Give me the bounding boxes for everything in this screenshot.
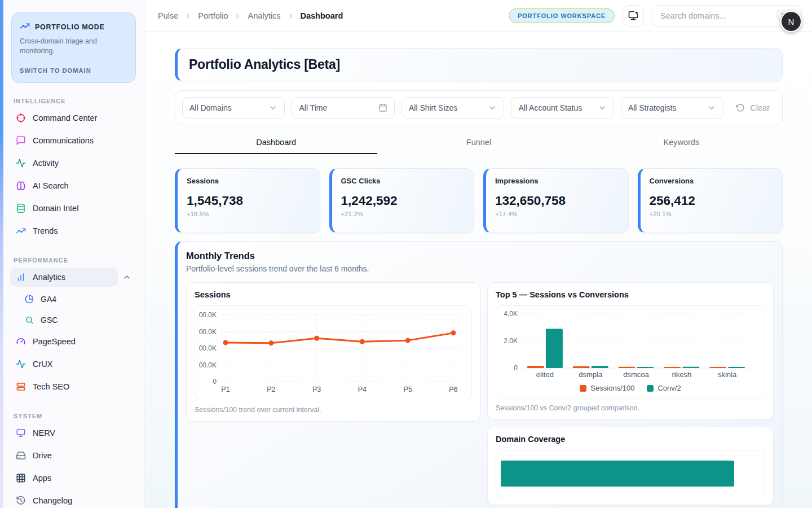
stat-card-sessions: Sessions1,545,738+18.5% xyxy=(175,168,320,233)
sidebar-subitem-ga4[interactable]: GA4 xyxy=(10,290,137,309)
sidebar-item-analytics[interactable]: Analytics xyxy=(10,268,118,287)
sidebar-item-apps[interactable]: Apps xyxy=(10,468,137,488)
avatar[interactable]: N xyxy=(780,11,802,32)
sidebar-item-trends[interactable]: Trends xyxy=(10,221,137,240)
page-content: Portfolio Analytics [Beta] All DomainsAl… xyxy=(144,32,812,508)
sidebar-item-pagespeed[interactable]: PageSpeed xyxy=(10,332,137,351)
svg-text:00.0K: 00.0K xyxy=(199,328,217,336)
main-area: PulsePortfolioAnalyticsDashboard PORTFOL… xyxy=(144,0,812,508)
sidebar-row: Domain Intel xyxy=(3,197,144,220)
svg-text:2.0K: 2.0K xyxy=(504,337,518,345)
sidebar-subitem-gsc[interactable]: GSC xyxy=(10,310,137,330)
sidebar-item-domain-intel[interactable]: Domain Intel xyxy=(10,199,137,218)
workspace-monitor-button[interactable] xyxy=(623,5,644,27)
breadcrumb-dashboard: Dashboard xyxy=(301,11,343,20)
stat-card-gsc-clicks: GSC Clicks1,242,592+21.2% xyxy=(329,168,475,233)
filter-all-shirt-sizes[interactable]: All Shirt Sizes xyxy=(401,97,504,119)
filter-all-domains[interactable]: All Domains xyxy=(182,97,285,119)
app-root: PORTFOLIO MODE Cross-domain triage and m… xyxy=(0,0,812,508)
sidebar-item-label: Command Center xyxy=(33,113,97,122)
sidebar-row: Analytics xyxy=(3,266,144,288)
legend-label: Conv/2 xyxy=(657,384,681,392)
svg-text:rikesh: rikesh xyxy=(672,370,691,379)
sidebar-item-activity[interactable]: Activity xyxy=(10,154,137,173)
sidebar-item-label: GSC xyxy=(41,316,58,325)
legend-swatch xyxy=(580,385,586,392)
trending-up-icon xyxy=(16,226,26,236)
chevron-right-icon xyxy=(184,12,192,20)
monitor-icon xyxy=(16,428,26,438)
trending-up-icon xyxy=(20,21,30,31)
tab-keywords[interactable]: Keywords xyxy=(580,133,783,154)
breadcrumb-portfolio[interactable]: Portfolio xyxy=(198,11,228,20)
chevron-right-icon xyxy=(233,12,242,20)
sidebar-item-label: AI Search xyxy=(33,181,69,190)
clear-filters-button[interactable]: Clear xyxy=(730,103,775,112)
sidebar-row: NERV xyxy=(3,422,144,444)
filter-label: All Time xyxy=(299,103,327,112)
sidebar-item-crux[interactable]: CrUX xyxy=(10,354,137,374)
coverage-bar xyxy=(501,461,734,487)
sidebar-item-communications[interactable]: Communications xyxy=(10,131,137,150)
search-box: ⌘K xyxy=(652,5,802,27)
svg-text:P6: P6 xyxy=(449,386,457,393)
crosshair-icon xyxy=(16,113,26,123)
stat-cards: Sessions1,545,738+18.5%GSC Clicks1,242,5… xyxy=(175,168,783,233)
stat-delta: +21.2% xyxy=(341,211,465,217)
filter-label: All Strategists xyxy=(628,103,677,112)
coverage-panel: Domain Coverage xyxy=(487,427,774,505)
message-square-icon xyxy=(16,135,26,146)
sidebar-item-changelog[interactable]: Changelog xyxy=(10,491,137,508)
tab-funnel[interactable]: Funnel xyxy=(377,133,580,154)
sidebar-item-command-center[interactable]: Command Center xyxy=(10,108,137,128)
chevron-right-icon xyxy=(233,12,242,20)
chart-legend: Sessions/100Conv/2 xyxy=(497,383,764,397)
bar-chart-icon xyxy=(16,272,26,282)
sidebar-item-nerv[interactable]: NERV xyxy=(10,423,137,443)
stat-label: Impressions xyxy=(495,177,619,185)
filter-label: All Account Status xyxy=(518,103,582,112)
history-icon xyxy=(16,496,26,506)
chevron-down-icon xyxy=(268,103,277,112)
collapse-toggle[interactable] xyxy=(122,273,131,282)
sidebar-item-label: Communications xyxy=(33,136,94,145)
filter-all-time[interactable]: All Time xyxy=(292,97,394,119)
switch-to-domain-button[interactable]: SWITCH TO DOMAIN xyxy=(20,67,91,74)
breadcrumb-analytics[interactable]: Analytics xyxy=(248,11,280,20)
sidebar-row: Tech SEO xyxy=(3,375,144,398)
sidebar: PORTFOLIO MODE Cross-domain triage and m… xyxy=(0,0,144,508)
topbar: PulsePortfolioAnalyticsDashboard PORTFOL… xyxy=(144,0,812,32)
chevron-right-icon xyxy=(286,12,295,20)
sidebar-inner: PORTFOLIO MODE Cross-domain triage and m… xyxy=(3,0,144,508)
sidebar-item-ai-search[interactable]: AI Search xyxy=(10,176,137,195)
sidebar-item-drive[interactable]: Drive xyxy=(10,446,137,465)
filter-all-strategists[interactable]: All Strategists xyxy=(621,97,723,119)
sidebar-row: CrUX xyxy=(3,353,144,375)
sessions-chart-caption: Sessions/100 trend over current interval… xyxy=(195,406,472,414)
sidebar-row: Changelog xyxy=(3,489,144,508)
sessions-panel-title: Sessions xyxy=(195,290,472,299)
database-icon xyxy=(16,203,26,213)
sidebar-item-tech-seo[interactable]: Tech SEO xyxy=(10,377,137,396)
sidebar-item-label: Trends xyxy=(33,226,58,235)
activity-icon xyxy=(16,158,26,168)
sidebar-row: PageSpeed xyxy=(3,330,144,353)
top5-chart-caption: Sessions/100 vs Conv/2 grouped compariso… xyxy=(496,404,765,412)
stat-card-impressions: Impressions132,650,758+17.4% xyxy=(483,168,629,233)
sidebar-nav: INTELLIGENCECommand CenterCommunications… xyxy=(3,98,144,508)
portfolio-mode-description: Cross-domain triage and monitoring. xyxy=(20,37,116,55)
clear-label: Clear xyxy=(750,103,770,112)
svg-text:dsmpla: dsmpla xyxy=(579,370,603,379)
filter-all-account-status[interactable]: All Account Status xyxy=(511,97,614,119)
sidebar-section-label-system: SYSTEM xyxy=(3,413,144,419)
stat-label: Sessions xyxy=(187,177,311,185)
filter-label: All Domains xyxy=(189,103,232,112)
page-title: Portfolio Analytics [Beta] xyxy=(189,57,771,72)
breadcrumb-pulse[interactable]: Pulse xyxy=(158,11,178,20)
tab-dashboard[interactable]: Dashboard xyxy=(175,133,377,154)
sidebar-item-label: Domain Intel xyxy=(33,204,78,213)
sidebar-row: Communications xyxy=(3,129,144,152)
search-icon xyxy=(25,316,34,325)
portfolio-mode-header: PORTFOLIO MODE xyxy=(20,21,127,33)
monthly-trends-grid: Sessions P1P2P3P4P5P600.0K00.0K00.0K00.0… xyxy=(186,282,774,505)
